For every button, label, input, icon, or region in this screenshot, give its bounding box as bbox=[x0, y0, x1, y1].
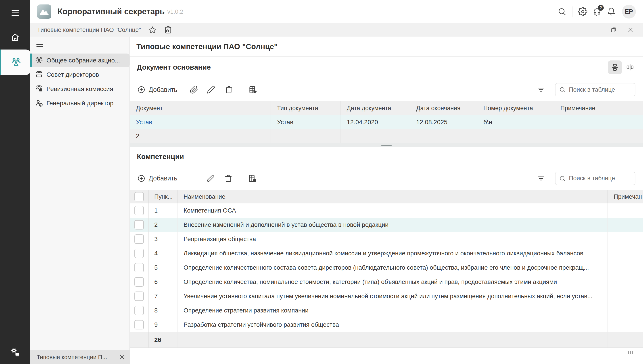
column-header[interactable]: Тип документа bbox=[271, 101, 340, 115]
delete-document-button[interactable] bbox=[225, 86, 233, 94]
person-info-icon bbox=[35, 99, 43, 108]
hamburger-icon bbox=[36, 41, 44, 48]
app-window: Корпоративный секретарь v1.0.2 ? EP Типо… bbox=[0, 0, 643, 364]
close-icon bbox=[119, 354, 125, 360]
column-header[interactable]: Примечание bbox=[554, 101, 643, 115]
notifications-button[interactable] bbox=[604, 4, 618, 19]
settings-nav-button[interactable] bbox=[10, 347, 20, 357]
favorite-tab-button[interactable] bbox=[148, 26, 157, 34]
competencies-section-title: Компетенции bbox=[137, 152, 184, 161]
window-minimize-button[interactable] bbox=[588, 24, 605, 36]
competencies-table-header: Пунк... Наименование Примечан bbox=[130, 190, 643, 204]
app-title: Корпоративный секретарь bbox=[58, 7, 165, 16]
cell-item-number: 5 bbox=[149, 260, 177, 275]
more-options-icon[interactable] bbox=[628, 350, 633, 354]
row-checkbox[interactable] bbox=[134, 320, 144, 330]
filter-icon[interactable] bbox=[537, 86, 545, 94]
competency-row[interactable]: 6 Определение количества, номинальное ст… bbox=[130, 275, 643, 289]
panel-splitter[interactable] bbox=[130, 143, 643, 147]
settings-button[interactable] bbox=[576, 4, 590, 19]
competency-row[interactable]: 8 Определение стратегии развития компани… bbox=[130, 303, 643, 318]
split-horizontal-toggle[interactable] bbox=[608, 60, 622, 74]
section-sidebar: Общее собрание акцио... Совет директоров… bbox=[30, 36, 130, 350]
edit-document-button[interactable] bbox=[207, 86, 215, 94]
active-tab-title[interactable]: Типовые компетенции ПАО "Солнце" bbox=[37, 26, 141, 34]
add-document-button[interactable]: Добавить bbox=[137, 86, 177, 94]
main-menu-button[interactable] bbox=[11, 9, 20, 16]
document-link[interactable]: Устав bbox=[136, 119, 152, 126]
window-close-button[interactable] bbox=[622, 24, 639, 36]
competency-row[interactable]: 9 Разработка стратегии устойчивого разви… bbox=[130, 318, 643, 332]
competency-row[interactable]: 2 Внесение изменений и дополнений в уста… bbox=[130, 218, 643, 232]
cell-item-number: 1 bbox=[149, 204, 177, 218]
sidebar-item-general-meeting[interactable]: Общее собрание акцио... bbox=[30, 54, 130, 67]
row-checkbox[interactable] bbox=[134, 234, 144, 244]
support-button[interactable]: ? bbox=[590, 4, 604, 19]
column-header[interactable]: Дата документа bbox=[340, 101, 410, 115]
row-checkbox[interactable] bbox=[134, 220, 144, 230]
filter-icon[interactable] bbox=[537, 174, 545, 183]
competency-row[interactable]: 4 Ликвидация общества, назначение ликвид… bbox=[130, 246, 643, 261]
home-nav-button[interactable] bbox=[11, 32, 20, 42]
board-members-icon bbox=[35, 70, 43, 79]
sidebar-item-label: Совет директоров bbox=[47, 71, 99, 78]
competency-row[interactable]: 5 Определение количественного состава со… bbox=[130, 260, 643, 275]
column-header[interactable]: Примечан bbox=[607, 190, 643, 204]
cell-name: Определение количества, номинальное стои… bbox=[177, 275, 607, 289]
documents-search-input[interactable] bbox=[568, 86, 629, 94]
row-checkbox[interactable] bbox=[134, 249, 144, 258]
row-checkbox[interactable] bbox=[134, 292, 144, 301]
clipboard-minus-icon bbox=[164, 26, 172, 34]
copy-link-button[interactable] bbox=[164, 26, 172, 34]
column-header[interactable]: Номер документа bbox=[477, 101, 554, 115]
sidebar-item-board-of-directors[interactable]: Совет директоров bbox=[30, 68, 130, 82]
toolbar-divider bbox=[241, 172, 241, 185]
row-checkbox[interactable] bbox=[134, 263, 144, 272]
competencies-count: 26 bbox=[149, 332, 177, 348]
sidebar-item-audit-commission[interactable]: Ревизионная комиссия bbox=[30, 82, 130, 96]
row-checkbox[interactable] bbox=[134, 277, 144, 286]
main-panel: Типовые компетенции ПАО "Солнце" Докумен… bbox=[130, 36, 643, 364]
competencies-search-input[interactable] bbox=[568, 175, 629, 182]
search-icon bbox=[559, 86, 566, 93]
delete-competency-button[interactable] bbox=[224, 174, 233, 183]
sidebar-collapse-button[interactable] bbox=[36, 41, 44, 48]
cell-doc-type: Устав bbox=[271, 115, 340, 129]
bottom-tab-bar: Типовые компетенции П... bbox=[30, 350, 130, 364]
user-avatar[interactable]: EP bbox=[622, 5, 636, 18]
competency-row[interactable]: 3 Реорганизация общества bbox=[130, 232, 643, 246]
window-restore-button[interactable] bbox=[605, 24, 622, 36]
attach-file-button[interactable] bbox=[190, 86, 198, 94]
select-all-checkbox[interactable] bbox=[134, 192, 144, 202]
documents-table-row[interactable]: Устав Устав 12.04.2020 12.08.2025 б\н bbox=[130, 115, 643, 130]
nav-rail-item-bodies[interactable] bbox=[0, 50, 31, 75]
cell-item-number: 2 bbox=[149, 218, 177, 232]
documents-count: 2 bbox=[130, 129, 271, 143]
cell-name: Реорганизация общества bbox=[177, 232, 607, 246]
bottom-tab-label[interactable]: Типовые компетенции П... bbox=[37, 354, 107, 361]
add-competency-button[interactable]: Добавить bbox=[137, 174, 177, 182]
edit-competency-button[interactable] bbox=[206, 174, 215, 183]
sidebar-item-label: Генеральный директор bbox=[47, 100, 113, 107]
table-settings-button[interactable] bbox=[248, 85, 257, 94]
column-header[interactable]: Наименование bbox=[177, 190, 607, 204]
row-checkbox[interactable] bbox=[134, 206, 144, 215]
split-vertical-toggle[interactable] bbox=[623, 60, 637, 74]
sidebar-item-general-director[interactable]: Генеральный директор bbox=[30, 96, 130, 110]
column-header[interactable]: Дата окончания bbox=[410, 101, 477, 115]
people-group-icon bbox=[35, 56, 43, 65]
competency-row[interactable]: 7 Увеличение уставного капитала путем ув… bbox=[130, 289, 643, 304]
cell-item-number: 3 bbox=[149, 232, 177, 246]
close-icon bbox=[627, 27, 634, 33]
table-settings-button[interactable] bbox=[248, 174, 257, 183]
bottom-tab-close-button[interactable] bbox=[119, 354, 125, 360]
plus-circle-icon bbox=[137, 86, 145, 94]
minimize-icon bbox=[593, 27, 600, 33]
column-header[interactable]: Документ bbox=[130, 101, 271, 115]
competency-row[interactable]: 1 Компетенция ОСА bbox=[130, 204, 643, 218]
search-icon bbox=[557, 7, 566, 16]
column-header[interactable]: Пунк... bbox=[149, 190, 177, 204]
global-search-button[interactable] bbox=[555, 4, 569, 19]
row-checkbox[interactable] bbox=[134, 306, 144, 315]
app-header: Корпоративный секретарь v1.0.2 ? EP bbox=[30, 0, 643, 24]
